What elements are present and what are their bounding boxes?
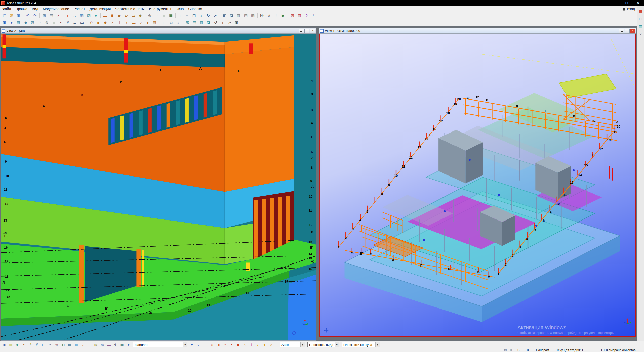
view2-restore-button[interactable]: [304, 29, 309, 33]
menu-инструменты[interactable]: Инструменты: [147, 6, 173, 12]
select-all-objects-icon[interactable]: ▣: [1, 342, 7, 348]
phase-combo[interactable]: standard ▾: [133, 342, 187, 347]
screenshot-icon[interactable]: ▥: [235, 12, 242, 19]
measure-icon[interactable]: ↔: [71, 12, 78, 19]
snap-midpoints-icon[interactable]: ◆: [102, 19, 109, 26]
select-drawings-icon[interactable]: ▥: [73, 342, 79, 348]
create-grid-icon[interactable]: ▦: [78, 12, 85, 19]
clip-plane-icon[interactable]: ◧: [221, 12, 228, 19]
work-plane-icon[interactable]: ◪: [228, 12, 235, 19]
select-filter-toggle-icon[interactable]: ▼: [126, 342, 132, 348]
snap-endpoints-icon[interactable]: ■: [95, 19, 102, 26]
create-item-icon[interactable]: ◆: [137, 12, 144, 19]
snap-edges-icon[interactable]: ▬: [130, 19, 137, 26]
snap-midpoints-icon[interactable]: ◆: [235, 342, 241, 348]
select-grid-lines-icon[interactable]: ▤: [41, 342, 47, 348]
snap-intersections-icon[interactable]: ×: [242, 342, 248, 348]
login-button[interactable]: Вход: [622, 7, 637, 11]
view2-canvas[interactable]: 231АБ45АБ9101112131415161718Д19201В34Г67…: [1, 34, 316, 340]
select-parts-icon[interactable]: ▦: [15, 19, 22, 26]
chevron-down-icon[interactable]: ▾: [375, 342, 380, 347]
snap-any-position-icon[interactable]: ●: [261, 342, 267, 348]
snap-grid-lines-icon[interactable]: ▦: [151, 19, 158, 26]
component-catalog-icon[interactable]: ▣: [168, 12, 174, 19]
select-tasks-icon[interactable]: ▬: [106, 342, 112, 348]
menu-расчёт[interactable]: Расчёт: [71, 6, 87, 12]
create-plate-icon[interactable]: ▰: [116, 12, 123, 19]
view2-titlebar[interactable]: View 2 - (3d): [1, 28, 316, 34]
snap-extension-lines-icon[interactable]: /: [255, 342, 261, 348]
create-slab-icon[interactable]: ▱: [123, 12, 130, 19]
chevron-down-icon[interactable]: ▾: [183, 342, 187, 347]
menu-справка[interactable]: Справка: [186, 6, 204, 12]
menu-детализация[interactable]: Детализация: [87, 6, 113, 12]
depth-lock-icon[interactable]: ↕: [175, 19, 181, 26]
select-views-icon[interactable]: ▭: [79, 19, 85, 26]
selection-filter-dialog-icon[interactable]: ▼: [189, 342, 195, 348]
select-planes-icon[interactable]: ▱: [72, 19, 78, 26]
create-basic-view-icon[interactable]: ▧: [184, 19, 191, 26]
ortho-toggle-icon[interactable]: ∟: [161, 19, 167, 26]
organizer-icon[interactable]: ▥: [296, 12, 303, 19]
view1-titlebar[interactable]: View 1 - Отметка80.000: [319, 28, 636, 34]
inquiry-icon[interactable]: ?: [303, 12, 310, 19]
copy-icon[interactable]: ⊞: [41, 12, 48, 19]
select-phases-icon[interactable]: №: [112, 342, 118, 348]
chevron-down-icon[interactable]: ▾: [300, 342, 305, 347]
snap-perpendicular-icon[interactable]: ⊥: [248, 342, 254, 348]
select-construction-lines-icon[interactable]: /: [27, 342, 33, 348]
select-loads-icon[interactable]: ↓: [80, 342, 86, 348]
autosave-icon[interactable]: ▥: [508, 348, 513, 352]
rotate-view-icon[interactable]: ↻: [205, 12, 212, 19]
snap-centers-icon[interactable]: ○: [137, 19, 144, 26]
origin-symbol-icon[interactable]: +: [219, 19, 226, 26]
select-grids-icon[interactable]: #: [65, 19, 71, 26]
snap-lines-icon[interactable]: /: [123, 19, 130, 26]
delete-icon[interactable]: ×: [55, 12, 62, 19]
chevron-down-icon[interactable]: ▾: [335, 342, 339, 347]
fly-icon[interactable]: ↗: [212, 12, 219, 19]
zoom-in-icon[interactable]: +: [177, 12, 183, 19]
report-icon[interactable]: ▦: [250, 12, 256, 19]
create-weld-icon[interactable]: ≈: [153, 12, 160, 19]
view1-minimize-button[interactable]: [619, 29, 624, 33]
work-plane-handler-icon[interactable]: ◪: [205, 19, 212, 26]
select-views-icon[interactable]: ▭: [67, 342, 73, 348]
redo-icon[interactable]: ↷: [32, 12, 38, 19]
select-assemblies-icon[interactable]: ▧: [99, 342, 105, 348]
task-manager-icon[interactable]: ▧: [289, 12, 296, 19]
new-model-icon[interactable]: ▢: [1, 12, 8, 19]
snap-geometry-points-icon[interactable]: ■: [216, 342, 222, 348]
create-bolt-icon[interactable]: ⊕: [146, 12, 153, 19]
menu-вид[interactable]: Вид: [30, 6, 41, 12]
save-model-icon[interactable]: ▣: [15, 12, 22, 19]
create-rebar-icon[interactable]: ≡: [160, 12, 167, 19]
window-close-button[interactable]: [632, 0, 644, 6]
window-minimize-button[interactable]: [609, 0, 621, 6]
snap-reference-points-icon[interactable]: ◇: [209, 342, 215, 348]
help-pane-icon[interactable]: ?: [638, 31, 644, 37]
selection-filter-icon[interactable]: ▼: [8, 19, 15, 26]
snap-endpoints-icon[interactable]: ▪: [229, 342, 235, 348]
message-log-icon[interactable]: ▤: [503, 348, 508, 352]
select-assemblies-icon[interactable]: ▧: [29, 19, 36, 26]
undo-icon[interactable]: ↶: [25, 12, 31, 19]
open-model-icon[interactable]: ▨: [8, 12, 15, 19]
menu-чертежи-и-отчеты[interactable]: Чертежи и отчеты: [113, 6, 147, 12]
menu-окно[interactable]: Окно: [173, 6, 186, 12]
side-pane-icon[interactable]: ▤: [638, 16, 644, 22]
xy-lock-icon[interactable]: ⇄: [168, 19, 174, 26]
view1-close-button[interactable]: [630, 29, 635, 33]
drag-and-drop-icon[interactable]: ↗: [226, 19, 233, 26]
select-components-icon[interactable]: ◆: [22, 19, 29, 26]
menu-моделирование[interactable]: Моделирование: [41, 6, 71, 12]
view1-canvas[interactable]: 12345891011121314151617181920ЖЕ'ЕДГВБА20…: [319, 34, 636, 337]
view1-restore-button[interactable]: [625, 29, 630, 33]
create-beam-icon[interactable]: ▬: [102, 12, 108, 19]
select-points-icon[interactable]: •: [21, 342, 27, 348]
view-plane-combo[interactable]: Плоскость вида ▾: [307, 342, 339, 347]
select-welds-icon[interactable]: ≈: [47, 342, 53, 348]
macros-icon[interactable]: ▶: [280, 12, 287, 19]
contour-planes-combo[interactable]: Плоскости контура ▾: [342, 342, 380, 347]
snap-reference-icon[interactable]: ◇: [88, 19, 95, 26]
